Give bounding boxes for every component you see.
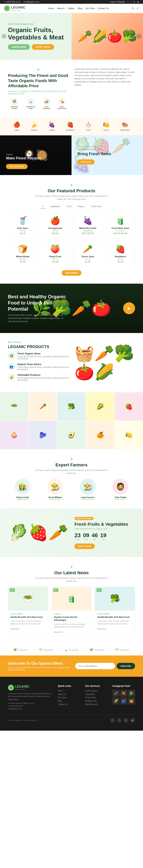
tab-all[interactable]: All [40, 205, 46, 209]
nav-menu[interactable]: Menu ▾ [57, 7, 64, 10]
footer-social-twitter[interactable]: t [117, 718, 121, 723]
footer-service-healthy[interactable]: Healthy Food [85, 700, 108, 702]
insta-item-2[interactable]: 🍓 [120, 690, 127, 697]
social-in[interactable]: in [134, 1, 135, 3]
about-right: Lorem ipsum dolor sit amet, consectetur … [75, 68, 135, 87]
make-recipes-card[interactable]: 🍳🥘 Organic Make Finest Recipes EXPLORE M… [0, 135, 72, 175]
deal-buy-button[interactable]: BUY IT NOW [75, 544, 95, 549]
fruit-grapes[interactable]: 🍇 Grapes [48, 121, 55, 131]
view-more-button[interactable]: VIEW MORE [62, 270, 81, 276]
footer-service-meat[interactable]: Meat Products [85, 703, 108, 706]
hero-prev-arrow[interactable]: ‹ [2, 34, 6, 39]
footer-service-fresh[interactable]: Fresh Organic [85, 690, 108, 692]
read-more-1[interactable]: Read More [10, 628, 20, 630]
brand-4[interactable]: 🌿 Organic [90, 648, 104, 651]
bring-fresh-card[interactable]: 🥬🍓🥕🍇 Fresh & Organic Food Hand Picked Su… [72, 135, 143, 175]
product-mixed-dry-fruits[interactable]: 🍇 Mixed Dry Fruits 250g-500g $5.62-$9.06 [73, 213, 103, 238]
product-fresh-beet-juice[interactable]: 🧃 Fresh Beet Juice Per Piece $14.00-$24.… [106, 213, 135, 238]
product-strawberry[interactable]: 🍓 Strawberry Per Kg $3.06 [106, 241, 135, 266]
footer-link-shop[interactable]: Our Shop [58, 696, 80, 699]
gallery-item-7[interactable]: 🫐 [29, 421, 57, 449]
social-yt[interactable]: ▶ [138, 1, 139, 3]
nav-gallery[interactable]: Gallery [68, 7, 75, 10]
product-wheat-bread[interactable]: 🍞 Wheat Bread Per Piece $3.06 [8, 241, 37, 266]
nav-home[interactable]: Home [48, 7, 54, 10]
gallery-item-3[interactable]: 🥦 [57, 392, 86, 421]
subscribe-button[interactable]: Subscribe [117, 663, 135, 669]
hero-next-arrow[interactable]: › [137, 34, 141, 39]
footer-link-home[interactable]: Home [58, 690, 80, 692]
tab-fruits[interactable]: Fruits [65, 205, 73, 209]
fruit-banana[interactable]: 🍌 Banana [31, 121, 38, 131]
nav-shop[interactable]: Our Shop [85, 7, 95, 10]
gallery-item-2[interactable]: 🥕 [29, 392, 57, 421]
play-button[interactable]: ▶ [123, 302, 135, 314]
count-min-num: 46 [91, 532, 98, 538]
product-kiwi-juice[interactable]: 🥤 Kiwi Juice Per Kg $1.36 [8, 213, 37, 238]
brand-5[interactable]: 🌱 Organic [115, 648, 130, 651]
product-carrot-juice[interactable]: 🥕 Carrot Juice Per Ltr $1.46 [73, 241, 103, 266]
gallery-item-10[interactable]: 🍋 [115, 421, 143, 449]
search-icon[interactable]: 🔍 [132, 7, 134, 10]
insta-item-1[interactable]: 🥕 [112, 690, 119, 697]
footer-social-facebook[interactable]: f [110, 718, 115, 723]
fruit-watermelon[interactable]: 🍉 Watermelon [120, 121, 130, 131]
insta-item-5[interactable]: 🫐 [120, 698, 127, 705]
logo[interactable]: 🌿 LEGANIC Organic Store [4, 5, 25, 11]
topbar-login[interactable]: Login or Register [110, 1, 125, 3]
products-tabs: All Vegetables Fruits Organic Fresh Juic… [8, 205, 135, 209]
farmers-section: ★ Expert Farmers Our farm organic produc… [0, 449, 143, 508]
brand-1[interactable]: 🌿 Organic [13, 648, 28, 651]
read-more-3[interactable]: Read More [97, 628, 107, 630]
product-pomegranate[interactable]: 🍎 Pomegranate Per Kg $19.06 [40, 213, 70, 238]
product-peach-fruit[interactable]: 🍑 Peach Fruit Per Kg $13.86 [40, 241, 70, 266]
brand-2[interactable]: 🌱 Organic [39, 648, 53, 651]
reason-experts: 👥 Experts Team Advice Lorem ipsum dolor … [8, 363, 68, 370]
footer-link-contact[interactable]: Contact Us [58, 703, 80, 706]
footer-social-instagram[interactable]: in [123, 718, 128, 723]
learn-more-button[interactable]: LEARN MORE [8, 44, 30, 50]
social-t[interactable]: t [131, 1, 131, 3]
make-recipes-button[interactable]: EXPLORE MORE [6, 164, 28, 169]
footer-instagram-title: Instagram Feed [112, 685, 135, 687]
nav-contact[interactable]: Contact Us [98, 7, 109, 10]
brand-3[interactable]: 🍃 Organic [64, 648, 79, 651]
read-more-2[interactable]: Read More [54, 631, 63, 633]
fruit-strawberry[interactable]: 🍓 Strawberry [66, 121, 75, 131]
footer-link-about[interactable]: About Us [58, 693, 80, 695]
tab-fresh-juice[interactable]: Fresh Juice [89, 205, 103, 209]
fruit-garlic[interactable]: 🧄 Garlic [85, 121, 92, 131]
footer-service-vegetables[interactable]: Vegetables [85, 693, 108, 695]
farmer-john-name: John Smith [106, 496, 135, 498]
insta-item-6[interactable]: 🍊 [128, 698, 135, 705]
subscribe-section: Subscribe To Our Special Offers Sign up … [0, 655, 143, 677]
nav-blog[interactable]: Blog [78, 7, 82, 10]
insta-item-3[interactable]: 🥦 [128, 690, 135, 697]
subscribe-desc: Sign up for our newsletter and be the fi… [8, 666, 71, 671]
subscribe-email-input[interactable] [75, 663, 115, 669]
gallery-item-1[interactable]: 🥗 [0, 392, 28, 421]
footer-social-youtube[interactable]: ▶ [130, 718, 135, 723]
fruit-lemon[interactable]: 🍋 Lemon [103, 121, 110, 131]
footer-link-blog[interactable]: Blog [58, 700, 80, 702]
video-text: Best and Healthy Organic Food to Unlock … [8, 293, 67, 323]
insta-item-4[interactable]: 🌽 [112, 698, 119, 705]
footer-logo[interactable]: 🌿 LEGANIC Organic Store [8, 685, 53, 691]
footer-service-fruits[interactable]: Fresh Fruits [85, 696, 108, 699]
gallery-item-6[interactable]: 🧅 [0, 421, 28, 449]
gallery-item-8[interactable]: 🥑 [57, 421, 86, 449]
reason-affordable-title: Affordable Products [18, 374, 68, 376]
gallery-item-5[interactable]: 🍓 [115, 392, 143, 421]
bring-fresh-button[interactable]: SHOP NOW [78, 159, 94, 164]
gallery-item-9[interactable]: 🍊 [86, 421, 114, 449]
tab-organic[interactable]: Organic [76, 205, 86, 209]
cart-icon[interactable]: 🛒 [136, 7, 139, 10]
start-today-button[interactable]: START TODAY [32, 44, 54, 50]
gallery-item-4[interactable]: 🌽 [86, 392, 114, 421]
count-min: 46 Min [91, 532, 98, 540]
social-f[interactable]: f [128, 1, 128, 3]
deal-section: 🥬🍓🥕 Deal Of The Week Fresh Fruits & Vege… [0, 508, 143, 557]
tab-vegetables[interactable]: Vegetables [49, 205, 62, 209]
gallery-img-4: 🌽 [86, 392, 114, 421]
fruit-apple[interactable]: 🍎 Apple [13, 121, 20, 131]
